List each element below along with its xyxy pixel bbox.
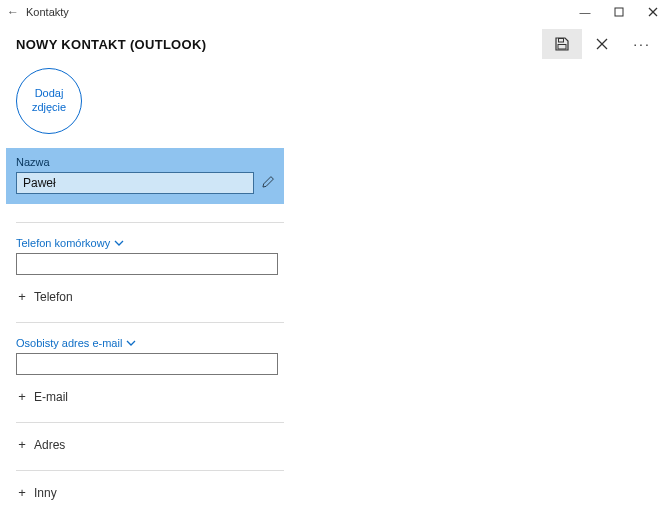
add-other-label: Inny <box>34 486 57 500</box>
app-title: Kontakty <box>20 6 69 18</box>
save-icon <box>554 36 570 52</box>
close-window-button[interactable] <box>636 0 670 24</box>
maximize-button[interactable] <box>602 0 636 24</box>
other-section: + Inny <box>16 485 284 500</box>
name-label: Nazwa <box>16 156 274 168</box>
close-icon <box>648 7 658 17</box>
name-input[interactable] <box>16 172 254 194</box>
back-button[interactable]: ← <box>6 5 20 19</box>
divider <box>16 322 284 323</box>
add-address-button[interactable]: + Adres <box>16 437 284 452</box>
close-icon <box>595 37 609 51</box>
minimize-button[interactable]: — <box>568 0 602 24</box>
plus-icon: + <box>16 289 28 304</box>
cancel-button[interactable] <box>582 29 622 59</box>
svg-rect-4 <box>558 45 566 50</box>
divider <box>16 470 284 471</box>
title-bar: ← Kontakty — <box>0 0 670 24</box>
add-email-button[interactable]: + E-mail <box>16 389 284 404</box>
email-section: Osobisty adres e-mail + E-mail <box>16 337 284 404</box>
chevron-down-icon <box>126 338 136 348</box>
add-phone-label: Telefon <box>34 290 73 304</box>
phone-type-dropdown[interactable]: Telefon komórkowy <box>16 237 284 249</box>
divider <box>16 422 284 423</box>
address-section: + Adres <box>16 437 284 452</box>
email-type-label: Osobisty adres e-mail <box>16 337 122 349</box>
pencil-icon <box>262 175 275 188</box>
plus-icon: + <box>16 389 28 404</box>
add-other-button[interactable]: + Inny <box>16 485 284 500</box>
name-section: Nazwa <box>6 148 284 204</box>
phone-type-label: Telefon komórkowy <box>16 237 110 249</box>
chevron-down-icon <box>114 238 124 248</box>
svg-rect-0 <box>615 8 623 16</box>
add-phone-button[interactable]: + Telefon <box>16 289 284 304</box>
email-input[interactable] <box>16 353 278 375</box>
page-header: NOWY KONTAKT (OUTLOOK) ··· <box>0 24 670 64</box>
content-area: Dodaj zdjęcie Nazwa Telefon komórkowy + … <box>0 64 670 500</box>
add-photo-label: Dodaj zdjęcie <box>17 87 81 115</box>
email-type-dropdown[interactable]: Osobisty adres e-mail <box>16 337 284 349</box>
page-title: NOWY KONTAKT (OUTLOOK) <box>16 37 206 52</box>
plus-icon: + <box>16 437 28 452</box>
divider <box>16 222 284 223</box>
phone-input[interactable] <box>16 253 278 275</box>
window-controls: — <box>568 0 670 24</box>
svg-rect-3 <box>559 39 564 43</box>
add-address-label: Adres <box>34 438 65 452</box>
add-email-label: E-mail <box>34 390 68 404</box>
save-button[interactable] <box>542 29 582 59</box>
phone-section: Telefon komórkowy + Telefon <box>16 237 284 304</box>
edit-name-button[interactable] <box>262 174 275 192</box>
add-photo-button[interactable]: Dodaj zdjęcie <box>16 68 82 134</box>
more-button[interactable]: ··· <box>622 29 662 59</box>
plus-icon: + <box>16 485 28 500</box>
square-icon <box>614 7 624 17</box>
